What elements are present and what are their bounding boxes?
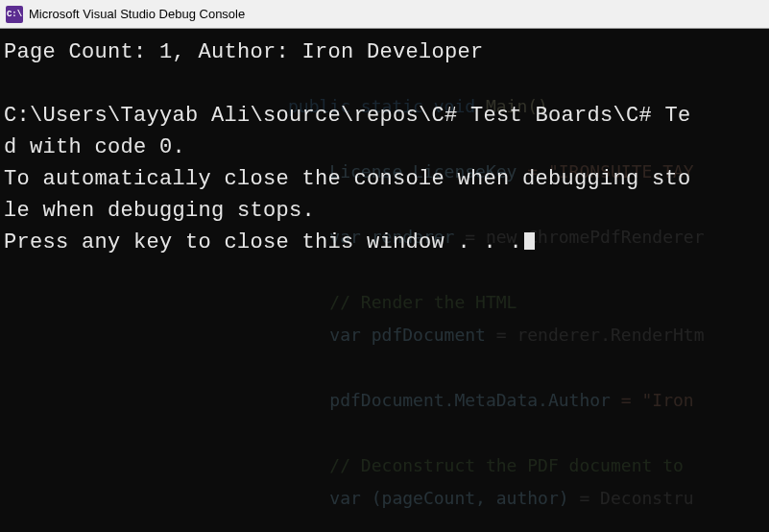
- text-cursor: [524, 232, 535, 250]
- console-viewport[interactable]: public static void Main() License.Licens…: [0, 29, 769, 532]
- console-line: Page Count: 1, Author: Iron Developer: [4, 40, 484, 64]
- window-titlebar[interactable]: C:\ Microsoft Visual Studio Debug Consol…: [0, 0, 769, 29]
- console-line: d with code 0.: [4, 135, 185, 159]
- console-line: C:\Users\Tayyab Ali\source\repos\C# Test…: [4, 104, 691, 128]
- app-icon: C:\: [6, 6, 23, 23]
- console-line: To automatically close the console when …: [4, 167, 691, 191]
- console-line: le when debugging stops.: [4, 199, 315, 223]
- console-line: Press any key to close this window . . .: [4, 230, 522, 254]
- window-title: Microsoft Visual Studio Debug Console: [29, 7, 245, 21]
- console-output: Page Count: 1, Author: Iron Developer C:…: [4, 36, 769, 258]
